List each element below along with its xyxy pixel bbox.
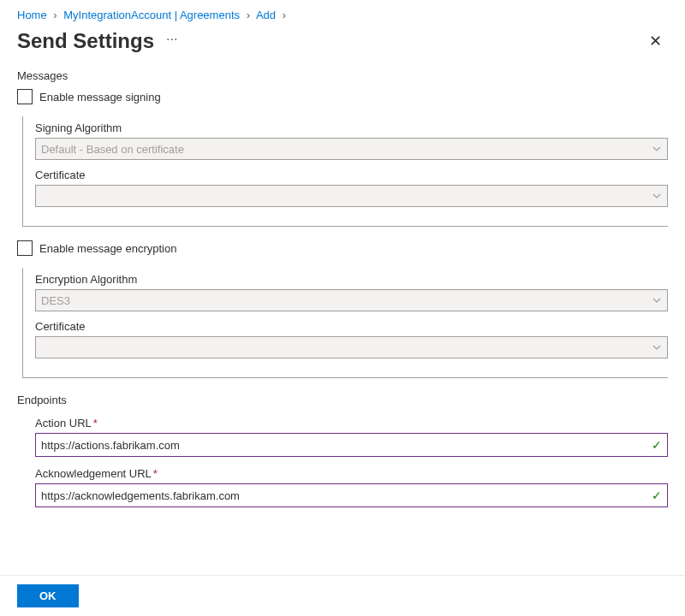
enable-signing-checkbox[interactable] (17, 89, 33, 104)
chevron-right-icon: › (53, 9, 57, 21)
content-area: Messages Enable message signing Signing … (0, 69, 685, 507)
ack-url-input[interactable] (41, 489, 652, 502)
required-indicator: * (93, 417, 98, 429)
more-actions-button[interactable]: ··· (166, 32, 177, 50)
close-button[interactable]: ✕ (642, 28, 668, 54)
breadcrumb-home[interactable]: Home (17, 9, 47, 21)
enable-signing-row[interactable]: Enable message signing (17, 87, 668, 106)
footer: OK (0, 575, 685, 616)
breadcrumb: Home › MyIntegrationAccount | Agreements… (0, 0, 685, 28)
chevron-down-icon (652, 144, 662, 154)
chevron-down-icon (652, 295, 662, 305)
action-url-field-wrap[interactable]: ✓ (35, 433, 668, 457)
encryption-algorithm-value: DES3 (41, 294, 70, 307)
chevron-right-icon: › (283, 9, 286, 21)
page-header: Send Settings ··· ✕ (0, 28, 685, 69)
chevron-right-icon: › (247, 9, 250, 21)
required-indicator: * (153, 467, 158, 480)
breadcrumb-add[interactable]: Add (256, 9, 276, 21)
check-icon: ✓ (652, 489, 662, 502)
ok-button[interactable]: OK (17, 584, 79, 607)
breadcrumb-integration-account[interactable]: MyIntegrationAccount | Agreements (63, 9, 240, 21)
enable-encryption-checkbox[interactable] (17, 240, 33, 256)
encryption-certificate-select (35, 336, 668, 358)
action-url-label: Action URL* (35, 417, 668, 429)
close-icon: ✕ (649, 33, 662, 50)
enable-signing-label: Enable message signing (39, 91, 161, 104)
signing-algorithm-label: Signing Algorithm (35, 121, 668, 134)
ack-url-label: Acknowledgement URL* (35, 467, 668, 480)
encryption-algorithm-select: DES3 (35, 289, 668, 311)
signing-algorithm-value: Default - Based on certificate (41, 143, 184, 156)
chevron-down-icon (652, 191, 662, 201)
enable-encryption-row[interactable]: Enable message encryption (17, 239, 668, 258)
ack-url-field-wrap[interactable]: ✓ (35, 483, 668, 507)
enable-encryption-label: Enable message encryption (39, 242, 176, 255)
action-url-input[interactable] (41, 439, 652, 452)
chevron-down-icon (652, 342, 662, 352)
page-title: Send Settings (17, 29, 154, 53)
encryption-group: Encryption Algorithm DES3 Certificate (22, 268, 668, 378)
endpoints-group: Action URL* ✓ Acknowledgement URL* ✓ (22, 413, 668, 507)
signing-certificate-label: Certificate (35, 169, 668, 181)
messages-section-label: Messages (17, 69, 668, 82)
signing-certificate-select (35, 185, 668, 207)
encryption-certificate-label: Certificate (35, 320, 668, 333)
endpoints-section-label: Endpoints (17, 394, 668, 406)
signing-group: Signing Algorithm Default - Based on cer… (22, 116, 668, 227)
check-icon: ✓ (652, 438, 662, 452)
encryption-algorithm-label: Encryption Algorithm (35, 273, 668, 286)
signing-algorithm-select: Default - Based on certificate (35, 138, 668, 160)
